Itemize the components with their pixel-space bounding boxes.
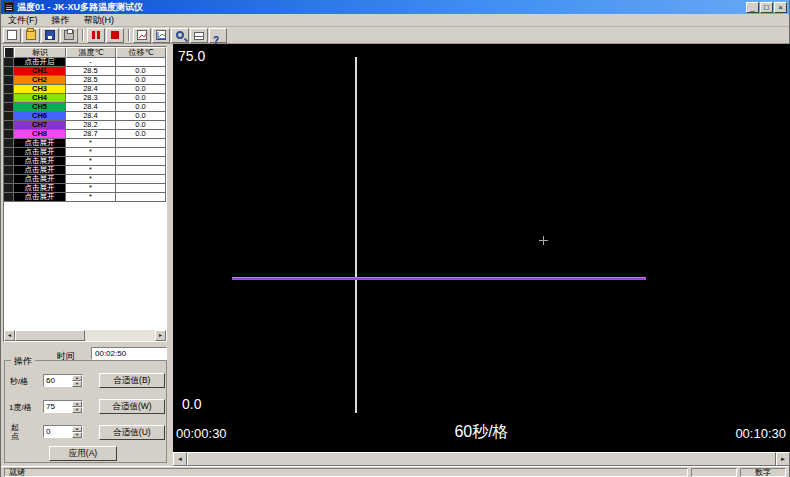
elapsed-time-field: 00:02:50 <box>91 347 167 360</box>
scrollbar-track[interactable] <box>187 452 776 466</box>
channel-expand-cell[interactable]: 点击展开 <box>14 157 66 166</box>
new-file-button[interactable] <box>3 28 21 43</box>
channel-label-cell[interactable]: CH5 <box>14 103 66 112</box>
chart-trace-CH8 <box>232 277 646 278</box>
seconds-per-grid-value[interactable]: 60 <box>44 375 72 386</box>
toolbar-separator <box>82 29 84 41</box>
channel-label-cell[interactable]: CH4 <box>14 94 66 103</box>
disp-cell <box>116 184 166 193</box>
channel-expand-cell[interactable]: 点击展开 <box>14 175 66 184</box>
channel-row[interactable]: CH7 28.2 0.0 <box>4 121 166 130</box>
open-folder-icon <box>26 30 36 40</box>
channel-expand-cell[interactable]: 点击展开 <box>14 193 66 202</box>
channel-enable-cell[interactable]: 点击开启 <box>14 58 66 67</box>
fit-value-button-3[interactable]: 合适值(U) <box>99 425 165 440</box>
spinner-down-icon[interactable] <box>72 432 82 438</box>
window-title: 温度01 - JK-XU多路温度测试仪 <box>17 1 143 14</box>
channel-expand-cell[interactable]: 点击展开 <box>14 166 66 175</box>
channel-expand-row[interactable]: 点击展开 * <box>4 193 166 202</box>
header-id <box>4 47 14 58</box>
channel-label-cell[interactable]: CH3 <box>14 85 66 94</box>
chart-plot-area[interactable]: 75.0 0.0 00:00:30 60秒/格 00:10:30 <box>173 44 790 452</box>
table-header-row: 标识 温度℃ 位移℃ <box>4 47 166 58</box>
app-icon <box>4 2 14 12</box>
status-ready-text: 就绪 <box>4 468 688 477</box>
scrollbar-thumb[interactable] <box>187 452 776 466</box>
close-button[interactable]: × <box>774 2 787 13</box>
temp-cell: 28.5 <box>66 67 116 76</box>
channel-row[interactable]: CH5 28.4 0.0 <box>4 103 166 112</box>
channel-row[interactable]: CH4 28.3 0.0 <box>4 94 166 103</box>
channel-expand-row[interactable]: 点击展开 * <box>4 175 166 184</box>
origin-stepper[interactable]: 0 <box>43 425 83 438</box>
temp-cell: - <box>66 58 116 67</box>
minimize-button[interactable]: _ <box>746 2 759 13</box>
chart-horizontal-scrollbar[interactable] <box>173 452 790 466</box>
channel-label-cell[interactable]: CH7 <box>14 121 66 130</box>
chart-cursor-line[interactable] <box>355 57 357 413</box>
channel-row[interactable]: CH2 28.5 0.0 <box>4 76 166 85</box>
scrollbar-thumb[interactable] <box>15 330 85 341</box>
channel-row[interactable]: CH6 28.4 0.0 <box>4 112 166 121</box>
maximize-button[interactable]: □ <box>760 2 773 13</box>
status-bar: 就绪 数字 <box>1 466 789 477</box>
export-button[interactable] <box>190 28 208 43</box>
channel-expand-row[interactable]: 点击展开 * <box>4 148 166 157</box>
scrollbar-track[interactable] <box>15 330 155 341</box>
chart-display-button[interactable] <box>133 28 151 43</box>
menu-operate[interactable]: 操作 <box>45 14 77 26</box>
stop-acquisition-button[interactable] <box>106 28 124 43</box>
spinner-down-icon[interactable] <box>72 381 82 387</box>
channel-row[interactable]: CH8 28.7 0.0 <box>4 130 166 139</box>
x-axis-scale-label: 60秒/格 <box>454 422 508 443</box>
x-axis-start-label: 00:00:30 <box>176 426 227 441</box>
channel-expand-row[interactable]: 点击展开 * <box>4 184 166 193</box>
fit-value-button-1[interactable]: 合适值(B) <box>99 373 165 388</box>
spinner-down-icon[interactable] <box>72 407 82 413</box>
degrees-per-grid-stepper[interactable]: 75 <box>43 400 83 413</box>
channel-label-cell[interactable]: CH8 <box>14 130 66 139</box>
channel-enable-row[interactable]: 点击开启 - <box>4 58 166 67</box>
channel-label-cell[interactable]: CH2 <box>14 76 66 85</box>
chart-scale-button[interactable] <box>152 28 170 43</box>
scroll-right-icon[interactable] <box>776 452 790 466</box>
fit-value-button-2[interactable]: 合适值(W) <box>99 399 165 414</box>
seconds-per-grid-stepper[interactable]: 60 <box>43 374 83 387</box>
y-axis-min-label: 0.0 <box>182 396 201 412</box>
save-file-button[interactable] <box>41 28 59 43</box>
menu-bar: 文件(F) 操作 帮助(H) <box>1 14 789 27</box>
channel-row[interactable]: CH3 28.4 0.0 <box>4 85 166 94</box>
new-file-icon <box>7 30 17 40</box>
channel-label-cell[interactable]: CH6 <box>14 112 66 121</box>
channel-expand-row[interactable]: 点击展开 * <box>4 166 166 175</box>
degrees-per-grid-value[interactable]: 75 <box>44 401 72 412</box>
apply-button[interactable]: 应用(A) <box>49 446 117 461</box>
channel-expand-cell[interactable]: 点击展开 <box>14 184 66 193</box>
scroll-left-icon[interactable] <box>4 330 15 341</box>
disp-cell: 0.0 <box>116 94 166 103</box>
scroll-left-icon[interactable] <box>173 452 187 466</box>
toolbar <box>1 27 789 44</box>
channel-expand-row[interactable]: 点击展开 * <box>4 139 166 148</box>
help-button[interactable] <box>209 28 227 43</box>
row-indicator <box>4 103 14 112</box>
origin-value[interactable]: 0 <box>44 426 72 437</box>
channel-expand-cell[interactable]: 点击展开 <box>14 148 66 157</box>
disp-cell <box>116 157 166 166</box>
operation-groupbox-title: 操作 <box>11 355 35 368</box>
open-file-button[interactable] <box>22 28 40 43</box>
scroll-right-icon[interactable] <box>155 330 166 341</box>
channel-label-cell[interactable]: CH1 <box>14 67 66 76</box>
channel-expand-cell[interactable]: 点击展开 <box>14 139 66 148</box>
disp-cell: 0.0 <box>116 130 166 139</box>
channel-row[interactable]: CH1 28.5 0.0 <box>4 67 166 76</box>
list-horizontal-scrollbar[interactable] <box>4 330 166 341</box>
zoom-button[interactable] <box>171 28 189 43</box>
menu-help[interactable]: 帮助(H) <box>77 14 122 26</box>
menu-file[interactable]: 文件(F) <box>1 14 45 26</box>
print-button[interactable] <box>60 28 78 43</box>
pause-acquisition-button[interactable] <box>87 28 105 43</box>
help-icon <box>213 30 223 40</box>
disp-cell <box>116 148 166 157</box>
channel-expand-row[interactable]: 点击展开 * <box>4 157 166 166</box>
